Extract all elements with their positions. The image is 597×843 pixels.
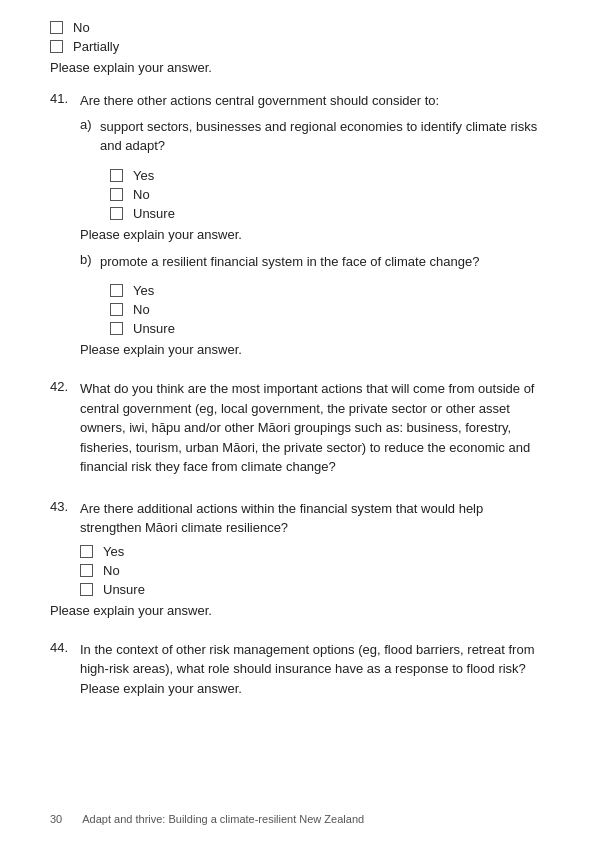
question-44-number: 44. — [50, 640, 80, 699]
question-41-text: Are there other actions central governme… — [80, 91, 547, 111]
q43-unsure-checkbox[interactable] — [80, 583, 93, 596]
q41a-no-label: No — [133, 187, 150, 202]
q43-unsure-item: Unsure — [80, 582, 547, 597]
footer-title: Adapt and thrive: Building a climate-res… — [82, 813, 364, 825]
top-explain-text: Please explain your answer. — [50, 60, 547, 75]
q41b-no-item: No — [110, 302, 547, 317]
q41a-explain: Please explain your answer. — [80, 227, 547, 242]
question-41: 41. Are there other actions central gove… — [50, 91, 547, 357]
q41b-unsure-label: Unsure — [133, 321, 175, 336]
question-44-text: In the context of other risk management … — [80, 640, 547, 699]
checkbox-no[interactable] — [50, 21, 63, 34]
q41b-explain: Please explain your answer. — [80, 342, 547, 357]
page-number: 30 — [50, 813, 62, 825]
question-41b-label: b) — [80, 252, 100, 278]
question-41a-text: support sectors, businesses and regional… — [100, 117, 547, 156]
q41b-unsure-item: Unsure — [110, 321, 547, 336]
question-43-number: 43. — [50, 499, 80, 538]
q43-no-item: No — [80, 563, 547, 578]
question-44: 44. In the context of other risk managem… — [50, 640, 547, 699]
question-41b: b) promote a resilient financial system … — [80, 252, 547, 358]
question-41-number: 41. — [50, 91, 80, 111]
checkbox-partially[interactable] — [50, 40, 63, 53]
checkbox-partially-item: Partially — [50, 39, 547, 54]
q41a-unsure-item: Unsure — [110, 206, 547, 221]
q43-unsure-label: Unsure — [103, 582, 145, 597]
q41a-unsure-checkbox[interactable] — [110, 207, 123, 220]
checkbox-no-item: No — [50, 20, 547, 35]
q41a-no-checkbox[interactable] — [110, 188, 123, 201]
question-43-text: Are there additional actions within the … — [80, 499, 547, 538]
q43-no-checkbox[interactable] — [80, 564, 93, 577]
question-41a-checkboxes: Yes No Unsure — [110, 168, 547, 221]
question-43-checkboxes: Yes No Unsure — [80, 544, 547, 597]
question-43: 43. Are there additional actions within … — [50, 499, 547, 618]
q41b-unsure-checkbox[interactable] — [110, 322, 123, 335]
q41a-yes-item: Yes — [110, 168, 547, 183]
top-checkbox-section: No Partially Please explain your answer. — [50, 20, 547, 75]
q41b-yes-item: Yes — [110, 283, 547, 298]
checkbox-partially-label: Partially — [73, 39, 119, 54]
q41b-no-label: No — [133, 302, 150, 317]
q43-no-label: No — [103, 563, 120, 578]
question-41a: a) support sectors, businesses and regio… — [80, 117, 547, 242]
q43-yes-item: Yes — [80, 544, 547, 559]
q43-explain: Please explain your answer. — [50, 603, 547, 618]
question-42-number: 42. — [50, 379, 80, 477]
page-footer: 30 Adapt and thrive: Building a climate-… — [0, 813, 597, 825]
q41a-no-item: No — [110, 187, 547, 202]
question-41b-text: promote a resilient financial system in … — [100, 252, 479, 272]
question-42: 42. What do you think are the most impor… — [50, 379, 547, 477]
q41b-no-checkbox[interactable] — [110, 303, 123, 316]
question-41a-label: a) — [80, 117, 100, 162]
question-42-text: What do you think are the most important… — [80, 379, 547, 477]
q41b-yes-label: Yes — [133, 283, 154, 298]
q43-yes-checkbox[interactable] — [80, 545, 93, 558]
q41a-yes-checkbox[interactable] — [110, 169, 123, 182]
q41a-yes-label: Yes — [133, 168, 154, 183]
q43-yes-label: Yes — [103, 544, 124, 559]
q41a-unsure-label: Unsure — [133, 206, 175, 221]
q41b-yes-checkbox[interactable] — [110, 284, 123, 297]
checkbox-no-label: No — [73, 20, 90, 35]
question-41b-checkboxes: Yes No Unsure — [110, 283, 547, 336]
